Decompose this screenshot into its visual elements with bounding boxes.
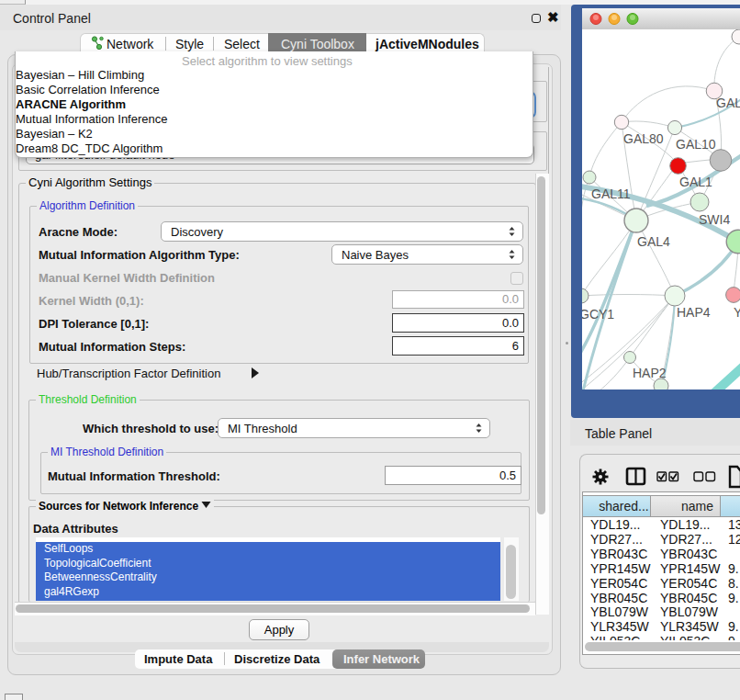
svg-text:HAP4: HAP4 (677, 305, 711, 320)
svg-text:GAL1: GAL1 (679, 175, 712, 189)
svg-text:GAL4: GAL4 (637, 234, 670, 249)
svg-text:GAL7: GAL7 (716, 96, 740, 110)
svg-text:SWI4: SWI4 (699, 212, 730, 227)
svg-text:Y: Y (734, 305, 740, 320)
svg-text:HAP2: HAP2 (633, 366, 667, 380)
svg-text:GCY1: GCY1 (582, 307, 614, 322)
svg-text:GAL11: GAL11 (591, 186, 631, 201)
svg-text:GAL80: GAL80 (623, 131, 664, 146)
svg-text:GAL10: GAL10 (676, 137, 716, 152)
